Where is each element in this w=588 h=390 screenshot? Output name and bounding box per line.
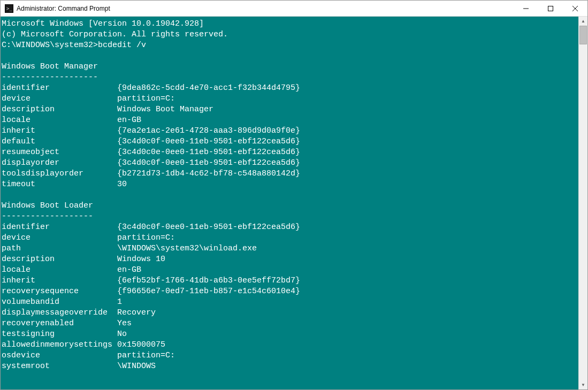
entry-key: toolsdisplayorder bbox=[2, 169, 117, 179]
entry-key: allowedinmemorysettings bbox=[2, 340, 117, 350]
window-controls bbox=[514, 1, 587, 16]
entry-value: partition=C: bbox=[117, 94, 175, 104]
titlebar[interactable]: >_ Administrator: Command Prompt bbox=[1, 1, 587, 17]
entry-row: path\WINDOWS\system32\winload.exe bbox=[2, 243, 577, 254]
entry-value: \WINDOWS\system32\winload.exe bbox=[117, 243, 257, 254]
section-divider: -------------------- bbox=[2, 72, 577, 83]
scroll-down-arrow[interactable]: ▼ bbox=[579, 380, 587, 389]
scroll-up-arrow[interactable]: ▲ bbox=[579, 17, 587, 26]
entry-value: 30 bbox=[117, 179, 127, 190]
entry-key: timeout bbox=[2, 179, 117, 190]
entry-row: osdevicepartition=C: bbox=[2, 350, 577, 361]
section-divider: ------------------- bbox=[2, 211, 577, 222]
scrollbar[interactable]: ▲ ▼ bbox=[578, 17, 587, 389]
entry-value: en-GB bbox=[117, 115, 141, 126]
entry-row: descriptionWindows 10 bbox=[2, 254, 577, 265]
entry-value: \WINDOWS bbox=[117, 361, 156, 372]
entry-row: identifier{9dea862c-5cdd-4e70-acc1-f32b3… bbox=[2, 83, 577, 94]
window-title: Administrator: Command Prompt bbox=[17, 5, 514, 12]
scrollbar-thumb[interactable] bbox=[579, 26, 587, 44]
entry-key: inherit bbox=[2, 276, 117, 286]
entry-value: partition=C: bbox=[117, 233, 175, 243]
entry-value: Windows Boot Manager bbox=[117, 104, 213, 115]
entry-key: device bbox=[2, 94, 117, 104]
entry-key: systemroot bbox=[2, 361, 117, 372]
entry-value: {9dea862c-5cdd-4e70-acc1-f32b344d4795} bbox=[117, 83, 300, 94]
entry-row: testsigningNo bbox=[2, 329, 577, 340]
entry-row: displayorder{3c4d0c0f-0ee0-11eb-9501-ebf… bbox=[2, 158, 577, 169]
entry-row: recoverysequence{f96656e7-0ed7-11eb-b857… bbox=[2, 286, 577, 297]
command: bcdedit /v bbox=[98, 41, 146, 50]
entry-row: identifier{3c4d0c0f-0ee0-11eb-9501-ebf12… bbox=[2, 222, 577, 233]
terminal-container: Microsoft Windows [Version 10.0.19042.92… bbox=[1, 17, 587, 389]
entry-value: {3c4d0c0e-0ee0-11eb-9501-ebf122cea5d6} bbox=[117, 147, 300, 158]
entry-value: {f96656e7-0ed7-11eb-b857-e1c54c6010e4} bbox=[117, 286, 300, 297]
entry-row: localeen-GB bbox=[2, 265, 577, 276]
entry-key: identifier bbox=[2, 222, 117, 233]
entry-value: {6efb52bf-1766-41db-a6b3-0ee5eff72bd7} bbox=[117, 276, 300, 286]
version-line: Microsoft Windows [Version 10.0.19042.92… bbox=[2, 19, 577, 29]
entry-key: displaymessageoverride bbox=[2, 308, 117, 318]
minimize-button[interactable] bbox=[514, 1, 538, 16]
maximize-button[interactable] bbox=[538, 1, 563, 16]
entry-row: devicepartition=C: bbox=[2, 233, 577, 243]
svg-rect-4 bbox=[548, 6, 553, 11]
entry-key: device bbox=[2, 233, 117, 243]
entry-key: description bbox=[2, 254, 117, 265]
entry-value: {3c4d0c0f-0ee0-11eb-9501-ebf122cea5d6} bbox=[117, 222, 300, 233]
entry-value: {7ea2e1ac-2e61-4728-aaa3-896d9d0a9f0e} bbox=[117, 126, 300, 136]
entry-key: locale bbox=[2, 115, 117, 126]
cmd-icon: >_ bbox=[5, 4, 13, 13]
entry-row: systemroot\WINDOWS bbox=[2, 361, 577, 372]
entry-key: volumebandid bbox=[2, 297, 117, 308]
entry-row: inherit{6efb52bf-1766-41db-a6b3-0ee5eff7… bbox=[2, 276, 577, 286]
entry-key: path bbox=[2, 243, 117, 254]
entry-value: Recovery bbox=[117, 308, 156, 318]
entry-key: default bbox=[2, 136, 117, 147]
entry-value: {b2721d73-1db4-4c62-bf78-c548a880142d} bbox=[117, 169, 300, 179]
entry-row: recoveryenabledYes bbox=[2, 318, 577, 329]
section-title: Windows Boot Manager bbox=[2, 62, 577, 72]
entry-row: inherit{7ea2e1ac-2e61-4728-aaa3-896d9d0a… bbox=[2, 126, 577, 136]
entry-value: No bbox=[117, 329, 127, 340]
entry-row: displaymessageoverrideRecovery bbox=[2, 308, 577, 318]
prompt-line: C:\WINDOWS\system32>bcdedit /v bbox=[2, 40, 577, 51]
blank-line bbox=[2, 190, 577, 201]
entry-value: en-GB bbox=[117, 265, 141, 276]
entry-key: testsigning bbox=[2, 329, 117, 340]
entry-row: volumebandid1 bbox=[2, 297, 577, 308]
entry-row: allowedinmemorysettings0x15000075 bbox=[2, 340, 577, 350]
svg-text:>_: >_ bbox=[6, 6, 12, 11]
entry-value: {3c4d0c0f-0ee0-11eb-9501-ebf122cea5d6} bbox=[117, 158, 300, 169]
entry-row: timeout30 bbox=[2, 179, 577, 190]
entry-key: description bbox=[2, 104, 117, 115]
entry-value: {3c4d0c0f-0ee0-11eb-9501-ebf122cea5d6} bbox=[117, 136, 300, 147]
entry-key: recoveryenabled bbox=[2, 318, 117, 329]
entry-row: localeen-GB bbox=[2, 115, 577, 126]
entry-key: recoverysequence bbox=[2, 286, 117, 297]
entry-value: Windows 10 bbox=[117, 254, 165, 265]
terminal-output[interactable]: Microsoft Windows [Version 10.0.19042.92… bbox=[1, 17, 578, 389]
entry-value: Yes bbox=[117, 318, 132, 329]
entry-value: partition=C: bbox=[117, 350, 175, 361]
section-title: Windows Boot Loader bbox=[2, 201, 577, 211]
entry-key: identifier bbox=[2, 83, 117, 94]
prompt: C:\WINDOWS\system32> bbox=[2, 41, 98, 50]
entry-key: osdevice bbox=[2, 350, 117, 361]
entry-value: 0x15000075 bbox=[117, 340, 165, 350]
close-button[interactable] bbox=[563, 1, 587, 16]
entry-key: resumeobject bbox=[2, 147, 117, 158]
entry-row: toolsdisplayorder{b2721d73-1db4-4c62-bf7… bbox=[2, 169, 577, 179]
entry-row: devicepartition=C: bbox=[2, 94, 577, 104]
entry-key: inherit bbox=[2, 126, 117, 136]
entry-key: displayorder bbox=[2, 158, 117, 169]
entry-row: resumeobject{3c4d0c0e-0ee0-11eb-9501-ebf… bbox=[2, 147, 577, 158]
copyright-line: (c) Microsoft Corporation. All rights re… bbox=[2, 29, 577, 40]
entry-key: locale bbox=[2, 265, 117, 276]
blank-line bbox=[2, 51, 577, 62]
entry-value: 1 bbox=[117, 297, 122, 308]
entry-row: descriptionWindows Boot Manager bbox=[2, 104, 577, 115]
entry-row: default{3c4d0c0f-0ee0-11eb-9501-ebf122ce… bbox=[2, 136, 577, 147]
